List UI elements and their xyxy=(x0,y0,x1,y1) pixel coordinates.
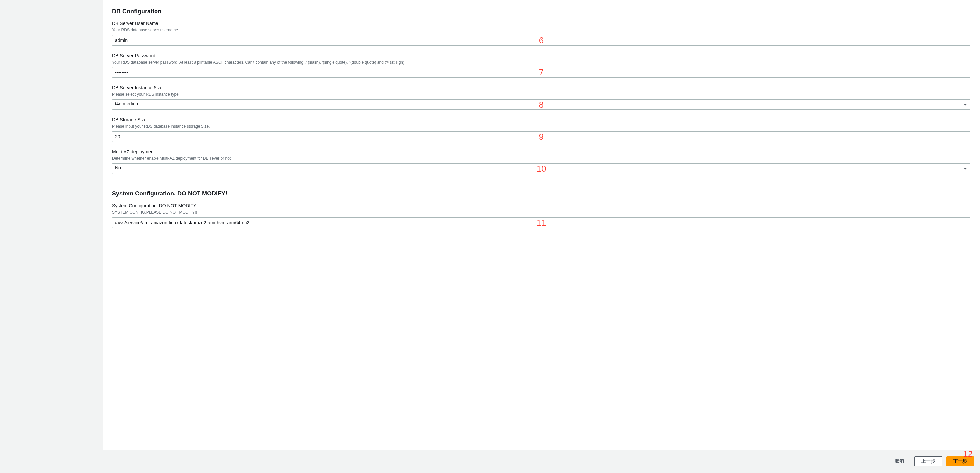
content-panel: DB Configuration DB Server User Name You… xyxy=(103,0,980,450)
db-instance-size-label: DB Server Instance Size xyxy=(112,85,970,90)
db-storage-size-input[interactable] xyxy=(112,131,970,142)
db-password-field: DB Server Password Your RDS database ser… xyxy=(112,53,970,78)
db-username-field: DB Server User Name Your RDS database se… xyxy=(112,21,970,46)
db-username-description: Your RDS database server username xyxy=(112,27,970,33)
db-multi-az-description: Determine whether enable Multi-AZ deploy… xyxy=(112,156,970,162)
db-multi-az-field: Multi-AZ deployment Determine whether en… xyxy=(112,149,970,174)
next-button[interactable]: 下一步 xyxy=(946,457,974,467)
sidebar-spacer xyxy=(0,0,103,473)
db-username-label: DB Server User Name xyxy=(112,21,970,26)
section-divider xyxy=(103,182,980,182)
db-instance-size-select[interactable]: t4g.medium xyxy=(112,99,970,110)
previous-button[interactable]: 上一步 xyxy=(915,457,942,467)
db-password-label: DB Server Password xyxy=(112,53,970,58)
db-password-description: Your RDS database server password. At le… xyxy=(112,59,970,65)
db-multi-az-select[interactable]: No xyxy=(112,163,970,174)
system-config-title: System Configuration, DO NOT MODIFY! xyxy=(112,189,970,197)
db-multi-az-label: Multi-AZ deployment xyxy=(112,149,970,154)
system-config-input[interactable] xyxy=(112,217,970,228)
footer-bar: 12 取消 上一步 下一步 xyxy=(103,450,980,473)
db-instance-size-description: Please select your RDS instance type. xyxy=(112,91,970,97)
db-storage-size-description: Please input your RDS database instance … xyxy=(112,123,970,129)
system-config-field: System Configuration, DO NOT MODIFY! SYS… xyxy=(112,203,970,228)
system-config-description: SYSTEM CONFIG,PLEASE DO NOT MODIFY!! xyxy=(112,210,970,215)
system-config-label: System Configuration, DO NOT MODIFY! xyxy=(112,203,970,208)
db-password-input[interactable] xyxy=(112,67,970,78)
db-storage-size-field: DB Storage Size Please input your RDS da… xyxy=(112,117,970,142)
db-username-input[interactable] xyxy=(112,35,970,46)
db-storage-size-label: DB Storage Size xyxy=(112,117,970,122)
db-config-title: DB Configuration xyxy=(112,6,970,15)
cancel-button[interactable]: 取消 xyxy=(888,457,910,467)
db-instance-size-field: DB Server Instance Size Please select yo… xyxy=(112,85,970,110)
